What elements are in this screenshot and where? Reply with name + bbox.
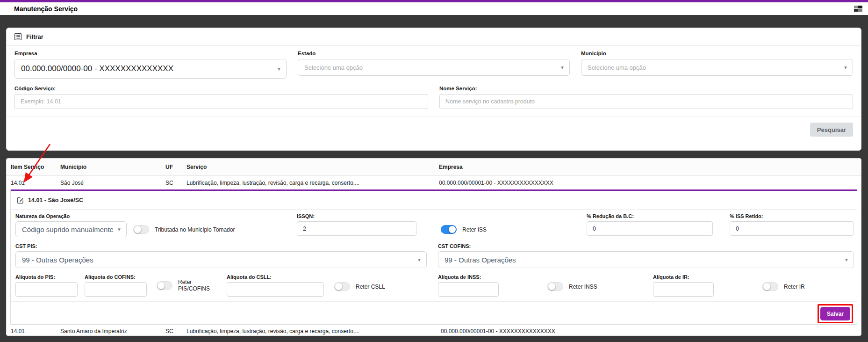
empresa-field-group: Empresa 00.000.000/0000-00 - XXXXXXXXXXX…: [14, 51, 287, 79]
municipio-select[interactable]: Selecione uma opção ▼: [581, 59, 853, 76]
aliq-pis-input[interactable]: [15, 282, 78, 297]
cell-empresa: 00.000.000/00001-00 - XXXXXXXXXXXXXXX: [439, 180, 861, 186]
aliq-ir-input[interactable]: [653, 282, 714, 297]
nome-servico-input[interactable]: [439, 94, 853, 109]
cell-uf: SC: [165, 328, 187, 335]
estado-label: Estado: [298, 51, 570, 56]
cst-cofins-field-group: CST COFINS: 99 - Outras Operações ▼: [438, 243, 854, 268]
cst-cofins-select[interactable]: 99 - Outras Operações ▼: [438, 251, 854, 268]
natureza-label: Natureza da Operação: [15, 213, 127, 219]
cell-servico: Lubrificação, limpeza, lustração, revisã…: [187, 328, 439, 335]
search-button[interactable]: Pesquisar: [810, 123, 853, 137]
filter-footer: Pesquisar: [7, 116, 861, 137]
cell-item-servico: 14.01: [7, 328, 60, 335]
reter-inss-toggle[interactable]: [547, 282, 563, 291]
chevron-down-icon: ▼: [844, 257, 849, 262]
edit-panel-divider: [11, 301, 857, 302]
reter-pis-cofins-toggle[interactable]: [157, 281, 172, 290]
chevron-down-icon: ▼: [843, 65, 848, 70]
cell-item-servico: 14.01: [7, 180, 60, 186]
reter-iss-toggle-group: Reter ISS: [441, 225, 487, 234]
iss-retido-label: % ISS Retido:: [730, 213, 854, 219]
issqn-input[interactable]: [297, 221, 416, 236]
iss-retido-input[interactable]: [730, 221, 854, 236]
cst-cofins-selected-value: 99 - Outras Operações: [445, 256, 516, 264]
empresa-select[interactable]: 00.000.000/0000-00 - XXXXXXXXXXXXXX ▼: [14, 59, 287, 79]
app-header: Manutenção Serviço: [0, 2, 868, 15]
chevron-down-icon: ▼: [117, 227, 122, 232]
col-header-uf: UF: [165, 164, 187, 170]
nome-servico-field-group: Nome Serviço:: [439, 86, 853, 109]
cst-pis-label: CST PIS:: [15, 243, 427, 249]
reter-inss-toggle-label: Reter INSS: [569, 284, 597, 290]
save-button[interactable]: Salvar: [820, 307, 850, 320]
tributada-toggle-group: Tributada no Município Tomador: [133, 225, 235, 234]
save-button-highlight-box: Salvar: [818, 304, 853, 323]
reter-inss-toggle-group: Reter INSS: [547, 282, 597, 291]
reter-pis-cofins-toggle-group: Reter PIS/COFINS: [157, 279, 212, 292]
codigo-servico-input[interactable]: [14, 94, 428, 109]
iss-retido-field-group: % ISS Retido:: [730, 213, 854, 236]
services-table: Item Serviço Município UF Serviço Empres…: [6, 158, 861, 336]
aliq-csll-input[interactable]: [227, 282, 324, 297]
filter-title: Filtrar: [26, 33, 43, 40]
reducao-bc-label: % Redução da B.C:: [587, 213, 713, 219]
table-header-row: Item Serviço Município UF Serviço Empres…: [7, 159, 861, 176]
chevron-down-icon: ▼: [560, 65, 565, 70]
aliq-inss-label: Alíquota de INSS:: [438, 274, 499, 280]
chevron-down-icon: ▼: [277, 66, 281, 72]
estado-placeholder: Selecione uma opção: [304, 64, 363, 71]
col-header-item-servico: Item Serviço: [7, 164, 60, 170]
aliq-ir-field-group: Alíquota de IR:: [653, 274, 714, 297]
estado-field-group: Estado Selecione uma opção ▼: [298, 51, 570, 79]
natureza-selected-value: Código suprido manualmente: [22, 226, 113, 233]
codigo-servico-label: Código Serviço:: [14, 86, 428, 91]
cell-empresa: 00.000.000/00001-00 - XXXXXXXXXXXXXXX: [439, 328, 861, 335]
cst-pis-selected-value: 99 - Outras Operações: [22, 256, 93, 264]
filter-panel-header: Filtrar: [7, 28, 861, 46]
aliq-inss-input[interactable]: [438, 282, 499, 297]
table-row[interactable]: 14.01 Santo Amaro da Imperatriz SC Lubri…: [7, 325, 861, 336]
tributada-toggle-label: Tributada no Município Tomador: [155, 226, 235, 233]
cell-uf: SC: [165, 180, 187, 186]
edit-pencil-icon: [17, 197, 24, 204]
aliq-cofins-input[interactable]: [85, 282, 147, 297]
grid-apps-icon[interactable]: [854, 6, 862, 12]
reducao-bc-field-group: % Redução da B.C:: [587, 213, 713, 236]
municipio-label: Município: [581, 51, 853, 56]
aliq-csll-label: Alíquota do CSLL:: [227, 274, 324, 280]
filter-list-icon: [14, 33, 22, 40]
empresa-label: Empresa: [14, 51, 287, 56]
estado-select[interactable]: Selecione uma opção ▼: [298, 59, 570, 76]
reter-csll-toggle[interactable]: [334, 282, 350, 291]
reducao-bc-input[interactable]: [587, 221, 713, 236]
aliq-cofins-label: Alíquota do COFINS:: [85, 274, 147, 280]
page-title: Manutenção Serviço: [14, 5, 78, 13]
chevron-down-icon: ▼: [417, 257, 422, 262]
issqn-field-group: ISSQN:: [297, 213, 416, 236]
edit-panel-body: Natureza da Operação Código suprido manu…: [11, 210, 857, 324]
edit-panel-title: 14.01 - São José/SC: [28, 197, 83, 204]
aliq-pis-field-group: Alíquota do PIS:: [15, 274, 78, 297]
municipio-field-group: Município Selecione uma opção ▼: [581, 51, 853, 79]
tributada-toggle[interactable]: [133, 225, 149, 234]
cst-cofins-label: CST COFINS:: [438, 243, 854, 249]
reter-csll-toggle-label: Reter CSLL: [356, 284, 385, 290]
reter-csll-toggle-group: Reter CSLL: [334, 282, 385, 291]
reter-ir-toggle[interactable]: [762, 282, 778, 291]
reter-iss-toggle[interactable]: [441, 225, 457, 234]
natureza-select[interactable]: Código suprido manualmente ▼: [15, 221, 127, 237]
aliq-csll-field-group: Alíquota do CSLL:: [227, 274, 324, 297]
cell-municipio: Santo Amaro da Imperatriz: [60, 328, 165, 335]
table-row[interactable]: 14.01 São José SC Lubrificação, limpeza,…: [7, 176, 861, 189]
reter-pis-cofins-toggle-label: Reter PIS/COFINS: [178, 279, 212, 292]
natureza-field-group: Natureza da Operação Código suprido manu…: [15, 213, 127, 237]
col-header-municipio: Município: [60, 164, 165, 170]
col-header-servico: Serviço: [187, 164, 439, 170]
reter-iss-toggle-label: Reter ISS: [462, 226, 487, 233]
service-edit-panel: 14.01 - São José/SC Natureza da Operação…: [10, 189, 857, 325]
cst-pis-select[interactable]: 99 - Outras Operações ▼: [15, 251, 427, 268]
cell-servico: Lubrificação, limpeza, lustração, revisã…: [187, 180, 439, 186]
empresa-selected-value: 00.000.000/0000-00 - XXXXXXXXXXXXXX: [21, 64, 173, 73]
reter-ir-toggle-label: Reter IR: [784, 284, 805, 290]
